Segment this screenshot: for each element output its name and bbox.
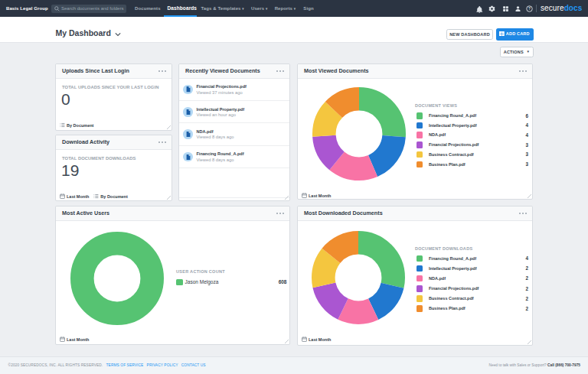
svg-text:?: ? — [528, 7, 531, 11]
